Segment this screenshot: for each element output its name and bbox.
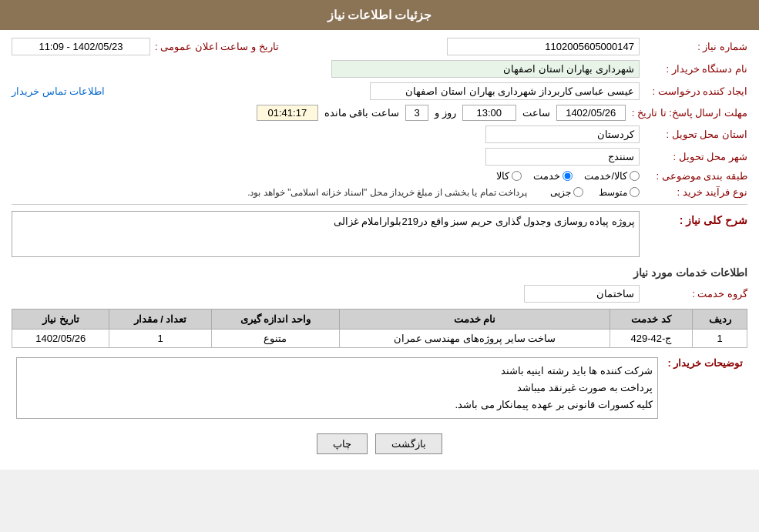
creator-value: عیسی عباسی کاربرداز شهرداری بهاران استان…: [116, 82, 640, 100]
creator-label: ایجاد کننده درخواست :: [640, 85, 747, 97]
table-cell-name: ساخت سایر پروژه‌های مهندسی عمران: [340, 330, 610, 348]
creator-box: عیسی عباسی کاربرداز شهرداری بهاران استان…: [370, 82, 640, 100]
buyer-notes-label: توضیحات خریدار :: [663, 354, 747, 422]
row-creator: ایجاد کننده درخواست : عیسی عباسی کاربردا…: [12, 82, 747, 100]
col-date: تاریخ نیاز: [12, 309, 109, 330]
days-label-text: روز و: [435, 107, 456, 119]
need-desc-value: پروژه پیاده روسازی وجدول گذاری حریم سبز …: [12, 211, 640, 257]
col-row-num: ردیف: [693, 309, 747, 330]
table-cell-date: 1402/05/26: [12, 330, 109, 348]
announce-date-label: تاریخ و ساعت اعلان عمومی :: [155, 41, 279, 52]
row-category: طبقه بندی موضوعی : کالا/خدمت خدمت کالا: [12, 170, 747, 182]
services-section-title: اطلاعات خدمات مورد نیاز: [12, 266, 747, 279]
need-desc-box: پروژه پیاده روسازی وجدول گذاری حریم سبز …: [12, 211, 640, 257]
row-purchase-type: نوع فرآیند خرید : متوسط جزیی پرداخت تمام…: [12, 186, 747, 198]
buyer-org-value: شهرداری بهاران استان اصفهان: [12, 60, 640, 78]
buyer-notes-row: توضیحات خریدار : شرکت کننده ها باید رشته…: [12, 354, 747, 422]
need-number-label: شماره نیاز :: [640, 41, 747, 52]
col-qty: تعداد / مقدار: [109, 309, 211, 330]
table-row: 1ج-42-429ساخت سایر پروژه‌های مهندسی عمرا…: [12, 330, 747, 348]
buyer-notes-line: شرکت کننده ها باید رشته اینیه باشند: [22, 363, 653, 380]
page-header: جزئیات اطلاعات نیاز: [0, 0, 759, 30]
content-area: شماره نیاز : 1102005605000147 تاریخ و سا…: [0, 30, 759, 470]
back-button[interactable]: بازگشت: [375, 433, 442, 454]
service-group-label: گروه خدمت :: [640, 288, 747, 299]
buyer-notes-line: کلیه کسورات قانونی بر عهده پیمانکار می ب…: [22, 396, 653, 413]
divider-1: [12, 204, 747, 205]
table-cell-quantity: 1: [109, 330, 211, 348]
page-container: جزئیات اطلاعات نیاز شماره نیاز : 1102005…: [0, 0, 759, 470]
reply-date-box: 1402/05/26: [556, 105, 626, 121]
services-table: ردیف کد خدمت نام خدمت واحد اندازه گیری ت…: [12, 309, 747, 348]
province-box: کردستان: [485, 125, 640, 143]
remaining-label-text: ساعت باقی مانده: [324, 107, 399, 119]
reply-time-label-text: ساعت: [522, 107, 550, 119]
row-service-group: گروه خدمت : ساختمان: [12, 285, 747, 303]
need-number-box: 1102005605000147: [447, 38, 640, 55]
table-cell-code: ج-42-429: [610, 330, 693, 348]
buyer-org-box: شهرداری بهاران استان اصفهان: [331, 60, 640, 78]
buyer-notes-line: پرداخت به صورت غیرنقد میباشد: [22, 380, 653, 396]
reply-deadline-label: مهلت ارسال پاسخ: تا تاریخ :: [626, 107, 747, 119]
service-group-box: ساختمان: [524, 285, 640, 303]
time-row: 1402/05/26 ساعت 13:00 روز و 3 ساعت باقی …: [257, 105, 626, 121]
category-radio-group: کالا/خدمت خدمت کالا: [496, 170, 640, 182]
city-box: سنندج: [485, 148, 640, 166]
page-title: جزئیات اطلاعات نیاز: [327, 8, 432, 22]
purchase-note: پرداخت تمام یا بخشی از مبلغ خریداز محل "…: [247, 187, 527, 198]
table-cell-row: 1: [693, 330, 747, 348]
category-radio-kala-khadamat[interactable]: [630, 171, 640, 181]
category-radio-kala[interactable]: [512, 171, 522, 181]
purchase-type-label: نوع فرآیند خرید :: [640, 186, 747, 198]
purchase-option-small: جزیی: [550, 187, 583, 198]
need-number-value: 1102005605000147: [294, 38, 640, 55]
print-button[interactable]: چاپ: [317, 433, 368, 454]
table-cell-unit: متنوع: [211, 330, 340, 348]
category-option-1: کالا: [496, 170, 522, 182]
buyer-notes-content: شرکت کننده ها باید رشته اینیه باشندپرداخ…: [16, 357, 658, 419]
col-code: کد خدمت: [610, 309, 693, 330]
services-table-header-row: ردیف کد خدمت نام خدمت واحد اندازه گیری ت…: [12, 309, 747, 330]
buyer-notes-content-cell: شرکت کننده ها باید رشته اینیه باشندپرداخ…: [12, 354, 663, 422]
remaining-box: 01:41:17: [257, 105, 318, 121]
days-box: 3: [405, 105, 428, 121]
purchase-radio-medium[interactable]: [630, 187, 640, 197]
services-table-header: ردیف کد خدمت نام خدمت واحد اندازه گیری ت…: [12, 309, 747, 330]
col-unit: واحد اندازه گیری: [211, 309, 340, 330]
reply-time-box: 13:00: [462, 105, 516, 121]
row-buyer-org: نام دستگاه خریدار : شهرداری بهاران استان…: [12, 60, 747, 78]
row-province: استان محل تحویل : کردستان: [12, 125, 747, 143]
announce-date-value: 1402/05/23 - 11:09: [12, 38, 150, 55]
buttons-row: بازگشت چاپ: [12, 433, 747, 454]
row-need-desc: شرح کلی نیاز : پروژه پیاده روسازی وجدول …: [12, 211, 747, 257]
row-reply-deadline: مهلت ارسال پاسخ: تا تاریخ : 1402/05/26 س…: [12, 105, 747, 121]
category-label: طبقه بندی موضوعی :: [640, 170, 747, 182]
row-need-number: شماره نیاز : 1102005605000147 تاریخ و سا…: [12, 38, 747, 55]
row-city: شهر محل تحویل : سنندج: [12, 148, 747, 166]
purchase-option-medium: متوسط: [599, 187, 640, 198]
buyer-org-label: نام دستگاه خریدار :: [640, 63, 747, 75]
category-option-2: خدمت: [533, 170, 573, 182]
purchase-process-group: متوسط جزیی پرداخت تمام یا بخشی از مبلغ خ…: [247, 187, 640, 198]
services-table-body: 1ج-42-429ساخت سایر پروژه‌های مهندسی عمرا…: [12, 330, 747, 348]
col-name: نام خدمت: [340, 309, 610, 330]
contact-link[interactable]: اطلاعات تماس خریدار: [12, 85, 105, 97]
category-option-3: کالا/خدمت: [584, 170, 640, 182]
category-radio-khadamat[interactable]: [563, 171, 573, 181]
need-desc-label: شرح کلی نیاز :: [640, 211, 747, 226]
buyer-notes-table: توضیحات خریدار : شرکت کننده ها باید رشته…: [12, 354, 747, 422]
purchase-radio-small[interactable]: [573, 187, 583, 197]
province-label: استان محل تحویل :: [640, 129, 747, 140]
city-label: شهر محل تحویل :: [640, 151, 747, 162]
